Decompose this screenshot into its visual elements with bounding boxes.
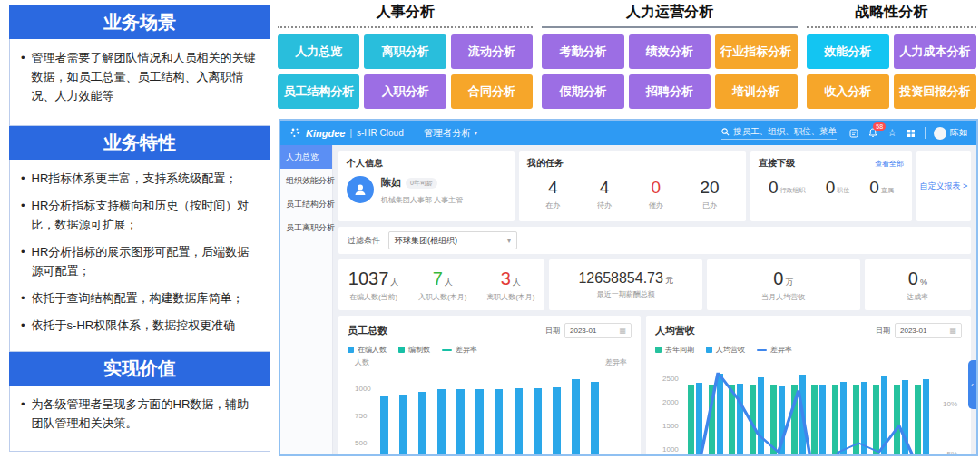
date-input[interactable]: 2023-01 ▦ — [564, 323, 632, 338]
sidebar-item-employee-resignation[interactable]: 员工离职分析 — [280, 216, 332, 239]
bar — [475, 389, 484, 456]
metric-value: 7 — [433, 269, 443, 288]
view-all-link[interactable]: 查看全部 — [875, 159, 904, 169]
org-filter-select[interactable]: 环球集团(根组织) ▾ — [388, 231, 517, 249]
global-search[interactable]: 搜员工、组织、职位、菜单 — [721, 126, 837, 140]
dashboard-topbar: Kingdee | s-HR Cloud 管理者分析 ▾ 搜员工、组织、职位、菜… — [280, 121, 976, 145]
nav-btn-income-analysis[interactable]: 收入分析 — [807, 74, 889, 109]
personal-info-body: 陈如 0年司龄 机械集团人事部 人事主管 — [347, 176, 506, 205]
nav-btn-industry-indicator-analysis[interactable]: 行业指标分析 — [715, 34, 797, 69]
report-stat-position[interactable]: 0职位 — [826, 178, 850, 198]
y-axis-label: 人数 — [355, 357, 369, 367]
bullet-dot: • — [21, 395, 25, 433]
button-row: 员工结构分析 入职分析 合同分析 — [278, 74, 533, 109]
legend-item[interactable]: 在编人数 — [348, 345, 387, 355]
favorite-star-icon[interactable]: ☆ — [887, 128, 897, 138]
report-stat-admin-org[interactable]: 0行政组织 — [769, 178, 806, 198]
nav-btn-onboarding-analysis[interactable]: 入职分析 — [364, 74, 446, 109]
task-stat-inprogress[interactable]: 4在办 — [545, 178, 560, 210]
bar — [456, 389, 465, 456]
kingdee-logo-icon — [289, 127, 301, 139]
bullet-item: •依托于查询结构配置，构建数据库简单； — [21, 288, 259, 308]
legend-label: 人均营收 — [716, 345, 745, 355]
user-name: 陈如 — [950, 127, 967, 139]
date-label: 日期 — [876, 326, 890, 336]
nav-btn-attendance-analysis[interactable]: 考勤分析 — [542, 34, 623, 69]
metric-unit: 人 — [445, 278, 453, 287]
nav-btn-structure-analysis[interactable]: 员工结构分析 — [278, 74, 359, 109]
notification-bell-icon[interactable]: 58 — [868, 128, 877, 138]
nav-btn-roi-analysis[interactable]: 投资回报分析 — [894, 74, 976, 109]
legend-item[interactable]: 去年同期 — [655, 345, 694, 355]
sidebar-item-org-efficiency[interactable]: 组织效能分析 — [280, 169, 332, 192]
revenue-per-capita-chart-card: 人均营收 日期 2023-01 ▦ 去年同期 人均营收 — [646, 316, 971, 456]
dashboard-sidebar: 人力总览 组织效能分析 员工结构分析 员工离职分析 — [280, 145, 333, 456]
right-y-tick: 10% — [943, 400, 957, 408]
nav-btn-labor-cost-analysis[interactable]: 人力成本分析 — [894, 34, 976, 69]
user-menu[interactable]: 陈如 — [934, 127, 967, 140]
sidebar-item-employee-structure[interactable]: 员工结构分析 — [280, 192, 332, 216]
bar — [799, 375, 806, 456]
bar-series-area — [380, 368, 599, 456]
bullet-text: HR指标体系更丰富，支持系统级配置； — [32, 169, 238, 188]
bullet-dot: • — [21, 288, 25, 308]
nav-btn-mobility-analysis[interactable]: 流动分析 — [451, 34, 533, 69]
bar — [729, 385, 735, 456]
task-stat-urged[interactable]: 0催办 — [649, 178, 663, 210]
legend-label: 编制数 — [408, 345, 430, 355]
stat-label: 直属 — [881, 186, 894, 198]
custom-report-link[interactable]: 自定义报表 > — [920, 181, 968, 192]
legend-item[interactable]: 差异率 — [442, 345, 477, 355]
legend-swatch-line — [757, 349, 767, 351]
analysis-nav: 人事分析 人力总览 离职分析 流动分析 员工结构分析 入职分析 合同分析 人力运… — [278, 3, 976, 114]
summary-cards-row: 个人信息 陈如 0年司龄 机械集团人事部 人事主管 — [338, 151, 971, 221]
nav-btn-resignation-analysis[interactable]: 离职分析 — [364, 34, 446, 69]
dept-role: 机械集团人事部 人事主管 — [381, 195, 463, 205]
metric-payroll: 12658854.73元最近一期薪酬总额 — [578, 270, 672, 299]
brand-product: s-HR Cloud — [357, 128, 404, 138]
nav-group-title: 人力运营分析 — [542, 3, 797, 28]
nav-btn-training-analysis[interactable]: 培训分析 — [715, 74, 797, 109]
payroll-metric-card: 12658854.73元最近一期薪酬总额 — [549, 259, 702, 310]
right-axis-label: 差异率 — [605, 357, 627, 367]
panel-collapse-handle[interactable]: ‹ — [968, 360, 976, 409]
workbench-icon[interactable] — [849, 129, 858, 138]
report-stat-direct[interactable]: 0直属 — [869, 178, 894, 198]
metric-label: 离职人数(本月) — [486, 292, 534, 302]
bar — [915, 385, 921, 456]
bullet-dot: • — [21, 242, 25, 280]
nav-btn-performance-analysis[interactable]: 绩效分析 — [629, 34, 710, 69]
tasks-stats: 4在办 4待办 0催办 20已办 — [527, 178, 738, 210]
brand-separator: | — [349, 128, 352, 138]
legend-item[interactable]: 编制数 — [398, 345, 430, 355]
section-title-business-features: 业务特性 — [9, 126, 270, 160]
apps-grid-icon[interactable] — [906, 129, 916, 138]
nav-btn-contract-analysis[interactable]: 合同分析 — [451, 74, 533, 109]
legend-item[interactable]: 差异率 — [757, 345, 792, 355]
chevron-down-icon: ▾ — [474, 129, 477, 137]
button-row: 假期分析 招聘分析 培训分析 — [542, 74, 797, 109]
metric-unit: 人 — [390, 278, 398, 287]
stat-value: 0 — [869, 178, 879, 198]
legend-item[interactable]: 人均营收 — [706, 345, 745, 355]
bar-group — [832, 368, 847, 456]
sidebar-item-manpower-overview[interactable]: 人力总览 — [280, 145, 332, 169]
topbar-menu-manager-analysis[interactable]: 管理者分析 ▾ — [424, 127, 478, 140]
stat-value: 4 — [545, 178, 560, 198]
employee-name: 陈如 — [381, 176, 401, 190]
personal-info-text: 陈如 0年司龄 机械集团人事部 人事主管 — [381, 176, 463, 205]
filter-bar: 过滤条件 环球集团(根组织) ▾ — [338, 227, 971, 254]
nav-group-title: 人事分析 — [278, 3, 533, 28]
metric-value: 12658854.73 — [578, 270, 662, 286]
date-input[interactable]: 2023-01 ▦ — [895, 323, 962, 338]
stat-label: 已办 — [700, 200, 719, 210]
nav-group-hr-analysis: 人事分析 人力总览 离职分析 流动分析 员工结构分析 入职分析 合同分析 — [278, 3, 533, 114]
nav-btn-manpower-overview[interactable]: 人力总览 — [278, 34, 359, 69]
bar — [437, 389, 446, 456]
y-tick: 2500 — [662, 375, 679, 383]
task-stat-pending[interactable]: 4待办 — [597, 178, 612, 210]
nav-btn-recruiting-analysis[interactable]: 招聘分析 — [629, 74, 710, 109]
nav-btn-efficiency-analysis[interactable]: 效能分析 — [807, 34, 889, 69]
task-stat-done[interactable]: 20已办 — [700, 178, 719, 210]
nav-btn-holiday-analysis[interactable]: 假期分析 — [542, 74, 623, 109]
